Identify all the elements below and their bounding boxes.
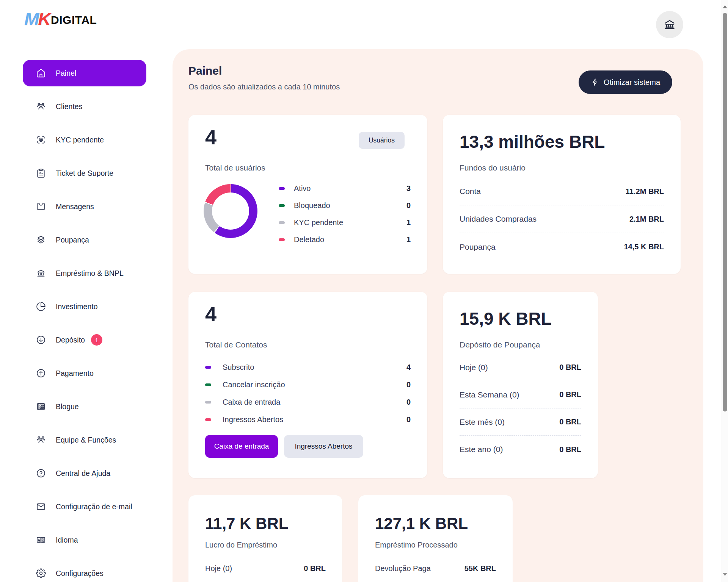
legend-label: Ativo bbox=[294, 184, 406, 193]
page-subtitle: Os dados são atualizados a cada 10 minut… bbox=[188, 83, 340, 91]
optimize-system-button[interactable]: Otimizar sistema bbox=[579, 70, 672, 94]
users-chip[interactable]: Usuários bbox=[359, 132, 405, 149]
sidebar-item-kyc-pendente[interactable]: KYC pendente bbox=[23, 123, 146, 156]
loan-profit-row: Hoje (0) 0 BRL bbox=[205, 564, 326, 573]
face-scan-icon bbox=[36, 135, 46, 145]
bank-icon bbox=[663, 18, 676, 31]
sidebar: Painel Clientes KYC pendente Ticket de S… bbox=[23, 56, 146, 582]
sidebar-item-idioma[interactable]: Idioma bbox=[23, 523, 146, 557]
scrollbar-up-arrow-icon[interactable] bbox=[723, 5, 727, 8]
deposit-badge: 1 bbox=[91, 334, 102, 346]
brand-mk: MK bbox=[24, 10, 50, 28]
sidebar-item-ticket-suporte[interactable]: Ticket de Suporte bbox=[23, 156, 146, 190]
scrollbar-thumb[interactable] bbox=[723, 13, 727, 411]
user-funds-card: 13,3 milhões BRL Fundos do usuário Conta… bbox=[443, 115, 681, 274]
sidebar-item-blogue[interactable]: Blogue bbox=[23, 390, 146, 423]
users-legend: Ativo 3 Bloqueado 0 KYC pendente 1 Delet… bbox=[279, 180, 411, 248]
funds-row-poupanca: Poupança 14,5 K BRL bbox=[460, 233, 664, 261]
row-label: Este ano (0) bbox=[460, 445, 503, 454]
home-icon bbox=[36, 68, 46, 78]
inbox-icon bbox=[36, 202, 46, 211]
total-users-label: Total de usuários bbox=[205, 163, 265, 172]
row-label: Hoje (0) bbox=[460, 363, 488, 372]
sidebar-item-label: Poupança bbox=[56, 236, 89, 244]
legend-dot-subscrito bbox=[205, 366, 211, 369]
loan-processed-row: Devolução Paga 55K BRL bbox=[375, 564, 496, 573]
sidebar-item-label: Configuração de e-mail bbox=[56, 502, 132, 511]
sidebar-item-label: Depósito bbox=[56, 336, 85, 344]
sidebar-item-deposito[interactable]: Depósito 1 bbox=[23, 323, 146, 357]
sidebar-item-label: KYC pendente bbox=[56, 136, 104, 144]
row-label: Poupança bbox=[460, 242, 496, 252]
legend-label: KYC pendente bbox=[294, 218, 406, 227]
inbox-button[interactable]: Caixa de entrada bbox=[205, 435, 278, 458]
sidebar-item-label: Investimento bbox=[56, 302, 98, 311]
layers-icon bbox=[36, 235, 46, 245]
sidebar-item-label: Clientes bbox=[56, 102, 82, 111]
arrow-up-circle-icon bbox=[36, 368, 46, 378]
sidebar-item-label: Equipe & Funções bbox=[56, 436, 116, 444]
legend-label: Bloqueado bbox=[294, 201, 406, 210]
row-value: 0 BRL bbox=[304, 564, 326, 573]
legend-value: 1 bbox=[406, 218, 411, 227]
pie-chart-icon bbox=[36, 302, 46, 311]
donut-hole bbox=[212, 192, 249, 230]
legend-value: 1 bbox=[406, 235, 411, 244]
sidebar-item-pagamento[interactable]: Pagamento bbox=[23, 357, 146, 390]
savings-row-hoje: Hoje (0) 0 BRL bbox=[460, 354, 581, 381]
row-value: 0 BRL bbox=[559, 445, 581, 454]
sidebar-item-central-ajuda[interactable]: Central de Ajuda bbox=[23, 457, 146, 490]
sidebar-item-clientes[interactable]: Clientes bbox=[23, 90, 146, 123]
legend-row: Deletado 1 bbox=[279, 231, 411, 248]
sidebar-item-equipe-funcoes[interactable]: Equipe & Funções bbox=[23, 423, 146, 457]
bank-icon bbox=[36, 268, 46, 278]
total-users-value: 4 bbox=[205, 126, 217, 149]
row-value: 2.1M BRL bbox=[629, 215, 664, 224]
user-funds-rows: Conta 11.2M BRL Unidades Compradas 2.1M … bbox=[460, 178, 664, 261]
lightning-icon bbox=[591, 78, 599, 86]
legend-value: 0 bbox=[406, 201, 411, 210]
legend-dot-bloqueado bbox=[279, 204, 285, 207]
sidebar-item-poupanca[interactable]: Poupança bbox=[23, 223, 146, 257]
sidebar-item-painel[interactable]: Painel bbox=[23, 60, 146, 86]
total-contacts-card: 4 Total de Contatos Subscrito 4 Cancelar… bbox=[188, 292, 427, 478]
funds-row-conta: Conta 11.2M BRL bbox=[460, 178, 664, 205]
legend-row: Bloqueado 0 bbox=[279, 197, 411, 214]
legend-value: 0 bbox=[406, 380, 411, 389]
page-scrollbar[interactable] bbox=[722, 0, 728, 582]
scrollbar-down-arrow-icon[interactable] bbox=[723, 573, 727, 576]
savings-deposit-card: 15,9 K BRL Depósito de Poupança Hoje (0)… bbox=[443, 292, 598, 478]
legend-dot-kyc bbox=[279, 221, 285, 224]
loan-processed-card: 127,1 K BRL Empréstimo Processado Devolu… bbox=[358, 495, 513, 582]
mail-icon bbox=[36, 502, 46, 512]
sidebar-item-label: Idioma bbox=[56, 536, 78, 544]
help-circle-icon bbox=[36, 468, 46, 478]
legend-value: 3 bbox=[406, 184, 411, 193]
sidebar-item-label: Pagamento bbox=[56, 369, 94, 378]
translate-icon bbox=[36, 535, 46, 545]
sidebar-item-configuracoes[interactable]: Configurações bbox=[23, 557, 146, 582]
page-title: Painel bbox=[188, 64, 222, 77]
loan-processed-label: Empréstimo Processado bbox=[375, 541, 458, 549]
legend-dot-caixa bbox=[205, 401, 211, 404]
sidebar-item-emprestimo-bnpl[interactable]: Empréstimo & BNPL bbox=[23, 257, 146, 290]
open-tickets-button[interactable]: Ingressos Abertos bbox=[284, 435, 363, 458]
gear-icon bbox=[36, 568, 46, 578]
row-label: Devolução Paga bbox=[375, 564, 431, 573]
legend-label: Deletado bbox=[294, 235, 406, 244]
sidebar-item-mensagens[interactable]: Mensagens bbox=[23, 190, 146, 223]
main-panel: Painel Os dados são atualizados a cada 1… bbox=[173, 49, 703, 582]
row-value: 0 BRL bbox=[559, 390, 581, 399]
user-funds-value: 13,3 milhões BRL bbox=[460, 132, 605, 152]
loan-profit-label: Lucro do Empréstimo bbox=[205, 541, 277, 549]
sidebar-item-investimento[interactable]: Investimento bbox=[23, 290, 146, 323]
brand-letter-m: M bbox=[24, 9, 38, 29]
sidebar-item-label: Configurações bbox=[56, 569, 104, 578]
legend-label: Cancelar inscrição bbox=[223, 380, 406, 389]
legend-label: Caixa de entrada bbox=[223, 398, 406, 407]
sidebar-item-config-email[interactable]: Configuração de e-mail bbox=[23, 490, 146, 523]
brand-letter-k: K bbox=[38, 9, 50, 29]
bank-shortcut-button[interactable] bbox=[656, 11, 683, 38]
savings-row-ano: Este ano (0) 0 BRL bbox=[460, 436, 581, 463]
savings-value: 15,9 K BRL bbox=[460, 309, 552, 329]
